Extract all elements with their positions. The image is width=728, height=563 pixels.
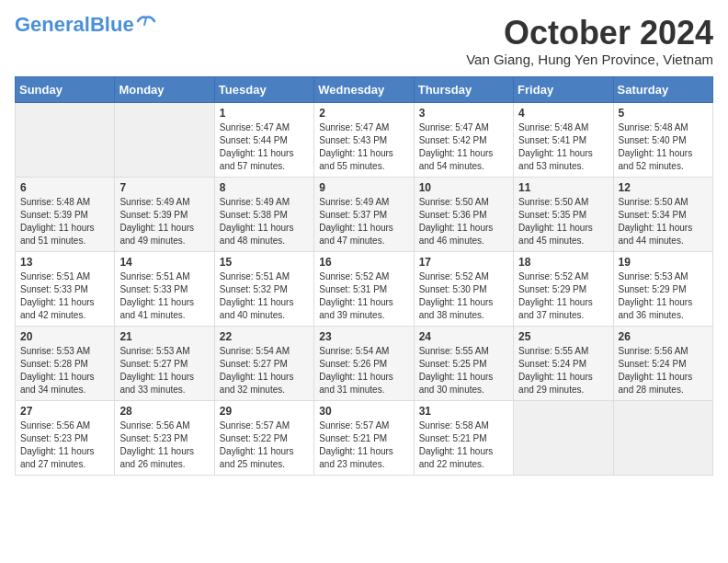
day-info: Sunrise: 5:50 AMSunset: 5:35 PMDaylight:… <box>518 196 608 247</box>
day-info: Sunrise: 5:51 AMSunset: 5:32 PMDaylight:… <box>220 270 309 322</box>
day-number: 31 <box>419 405 508 418</box>
calendar-cell: 14Sunrise: 5:51 AMSunset: 5:33 PMDayligh… <box>115 251 214 326</box>
calendar-cell: 2Sunrise: 5:47 AMSunset: 5:43 PMDaylight… <box>314 102 414 177</box>
day-info: Sunrise: 5:52 AMSunset: 5:31 PMDaylight:… <box>319 270 408 322</box>
calendar-week-3: 13Sunrise: 5:51 AMSunset: 5:33 PMDayligh… <box>16 251 713 326</box>
weekday-header-sunday: Sunday <box>16 76 115 102</box>
calendar-week-2: 6Sunrise: 5:48 AMSunset: 5:39 PMDaylight… <box>16 177 713 251</box>
calendar-cell: 6Sunrise: 5:48 AMSunset: 5:39 PMDaylight… <box>16 177 115 251</box>
day-number: 16 <box>319 256 408 269</box>
day-number: 10 <box>419 181 508 194</box>
logo-text: GeneralBlue <box>15 15 134 35</box>
day-info: Sunrise: 5:53 AMSunset: 5:27 PMDaylight:… <box>119 345 209 396</box>
day-number: 22 <box>220 330 309 343</box>
day-info: Sunrise: 5:56 AMSunset: 5:24 PMDaylight:… <box>619 345 708 396</box>
calendar-week-5: 27Sunrise: 5:56 AMSunset: 5:23 PMDayligh… <box>16 400 713 475</box>
day-number: 19 <box>619 256 708 269</box>
calendar-cell: 22Sunrise: 5:54 AMSunset: 5:27 PMDayligh… <box>214 326 313 400</box>
day-number: 25 <box>518 330 608 343</box>
calendar-cell: 20Sunrise: 5:53 AMSunset: 5:28 PMDayligh… <box>16 326 115 400</box>
logo-bird-icon <box>136 14 156 29</box>
day-number: 6 <box>20 181 109 194</box>
day-number: 8 <box>220 181 309 194</box>
day-info: Sunrise: 5:48 AMSunset: 5:40 PMDaylight:… <box>619 121 708 173</box>
day-info: Sunrise: 5:53 AMSunset: 5:29 PMDaylight:… <box>619 270 708 322</box>
calendar-cell: 24Sunrise: 5:55 AMSunset: 5:25 PMDayligh… <box>414 326 513 400</box>
calendar-cell <box>115 102 214 177</box>
logo: GeneralBlue <box>15 15 156 35</box>
day-number: 29 <box>220 405 309 418</box>
calendar-cell: 7Sunrise: 5:49 AMSunset: 5:39 PMDaylight… <box>115 177 214 251</box>
calendar-cell: 5Sunrise: 5:48 AMSunset: 5:40 PMDaylight… <box>613 102 712 177</box>
day-number: 13 <box>20 256 109 269</box>
calendar-cell: 10Sunrise: 5:50 AMSunset: 5:36 PMDayligh… <box>414 177 513 251</box>
day-info: Sunrise: 5:51 AMSunset: 5:33 PMDaylight:… <box>119 270 209 322</box>
calendar-cell: 30Sunrise: 5:57 AMSunset: 5:21 PMDayligh… <box>314 400 414 475</box>
day-info: Sunrise: 5:48 AMSunset: 5:39 PMDaylight:… <box>20 196 109 247</box>
weekday-header-saturday: Saturday <box>613 76 712 102</box>
calendar-week-1: 1Sunrise: 5:47 AMSunset: 5:44 PMDaylight… <box>16 102 713 177</box>
calendar-cell: 17Sunrise: 5:52 AMSunset: 5:30 PMDayligh… <box>414 251 513 326</box>
day-number: 24 <box>419 330 508 343</box>
day-info: Sunrise: 5:53 AMSunset: 5:28 PMDaylight:… <box>20 345 109 396</box>
calendar-cell: 8Sunrise: 5:49 AMSunset: 5:38 PMDaylight… <box>214 177 313 251</box>
calendar-cell: 28Sunrise: 5:56 AMSunset: 5:23 PMDayligh… <box>115 400 214 475</box>
day-number: 11 <box>518 181 608 194</box>
weekday-header-friday: Friday <box>514 76 613 102</box>
day-number: 2 <box>319 107 408 120</box>
day-number: 12 <box>619 181 708 194</box>
day-number: 4 <box>518 107 608 120</box>
day-number: 1 <box>220 107 309 120</box>
calendar-cell: 4Sunrise: 5:48 AMSunset: 5:41 PMDaylight… <box>514 102 613 177</box>
day-info: Sunrise: 5:54 AMSunset: 5:26 PMDaylight:… <box>319 345 408 396</box>
day-info: Sunrise: 5:50 AMSunset: 5:34 PMDaylight:… <box>619 196 708 247</box>
weekday-header-row: SundayMondayTuesdayWednesdayThursdayFrid… <box>16 76 713 102</box>
day-info: Sunrise: 5:47 AMSunset: 5:43 PMDaylight:… <box>319 121 408 173</box>
month-title: October 2024 <box>466 15 713 52</box>
title-section: October 2024 Van Giang, Hung Yen Provinc… <box>466 15 713 67</box>
day-info: Sunrise: 5:49 AMSunset: 5:37 PMDaylight:… <box>319 196 408 247</box>
day-info: Sunrise: 5:49 AMSunset: 5:38 PMDaylight:… <box>220 196 309 247</box>
calendar-cell: 27Sunrise: 5:56 AMSunset: 5:23 PMDayligh… <box>16 400 115 475</box>
day-number: 15 <box>220 256 309 269</box>
day-info: Sunrise: 5:56 AMSunset: 5:23 PMDaylight:… <box>20 419 109 471</box>
day-number: 23 <box>319 330 408 343</box>
calendar-cell: 18Sunrise: 5:52 AMSunset: 5:29 PMDayligh… <box>514 251 613 326</box>
day-info: Sunrise: 5:49 AMSunset: 5:39 PMDaylight:… <box>119 196 209 247</box>
day-number: 18 <box>518 256 608 269</box>
weekday-header-wednesday: Wednesday <box>314 76 414 102</box>
day-number: 17 <box>419 256 508 269</box>
calendar-cell: 23Sunrise: 5:54 AMSunset: 5:26 PMDayligh… <box>314 326 414 400</box>
calendar-cell: 15Sunrise: 5:51 AMSunset: 5:32 PMDayligh… <box>214 251 313 326</box>
day-number: 3 <box>419 107 508 120</box>
calendar-cell: 29Sunrise: 5:57 AMSunset: 5:22 PMDayligh… <box>214 400 313 475</box>
day-info: Sunrise: 5:52 AMSunset: 5:30 PMDaylight:… <box>419 270 508 322</box>
day-number: 7 <box>119 181 209 194</box>
day-number: 30 <box>319 405 408 418</box>
day-number: 21 <box>119 330 209 343</box>
calendar-cell: 25Sunrise: 5:55 AMSunset: 5:24 PMDayligh… <box>514 326 613 400</box>
day-number: 27 <box>20 405 109 418</box>
calendar-cell <box>514 400 613 475</box>
day-number: 9 <box>319 181 408 194</box>
day-info: Sunrise: 5:57 AMSunset: 5:21 PMDaylight:… <box>319 419 408 471</box>
calendar-cell: 16Sunrise: 5:52 AMSunset: 5:31 PMDayligh… <box>314 251 414 326</box>
day-info: Sunrise: 5:58 AMSunset: 5:21 PMDaylight:… <box>419 419 508 471</box>
day-info: Sunrise: 5:47 AMSunset: 5:44 PMDaylight:… <box>220 121 309 173</box>
day-info: Sunrise: 5:50 AMSunset: 5:36 PMDaylight:… <box>419 196 508 247</box>
calendar-cell: 12Sunrise: 5:50 AMSunset: 5:34 PMDayligh… <box>613 177 712 251</box>
day-number: 28 <box>119 405 209 418</box>
calendar-table: SundayMondayTuesdayWednesdayThursdayFrid… <box>15 76 713 476</box>
day-info: Sunrise: 5:52 AMSunset: 5:29 PMDaylight:… <box>518 270 608 322</box>
day-info: Sunrise: 5:57 AMSunset: 5:22 PMDaylight:… <box>220 419 309 471</box>
day-info: Sunrise: 5:56 AMSunset: 5:23 PMDaylight:… <box>119 419 209 471</box>
weekday-header-thursday: Thursday <box>414 76 513 102</box>
day-info: Sunrise: 5:54 AMSunset: 5:27 PMDaylight:… <box>220 345 309 396</box>
day-info: Sunrise: 5:48 AMSunset: 5:41 PMDaylight:… <box>518 121 608 173</box>
day-number: 26 <box>619 330 708 343</box>
day-info: Sunrise: 5:55 AMSunset: 5:25 PMDaylight:… <box>419 345 508 396</box>
day-info: Sunrise: 5:47 AMSunset: 5:42 PMDaylight:… <box>419 121 508 173</box>
calendar-cell: 31Sunrise: 5:58 AMSunset: 5:21 PMDayligh… <box>414 400 513 475</box>
calendar-cell: 11Sunrise: 5:50 AMSunset: 5:35 PMDayligh… <box>514 177 613 251</box>
day-number: 14 <box>119 256 209 269</box>
